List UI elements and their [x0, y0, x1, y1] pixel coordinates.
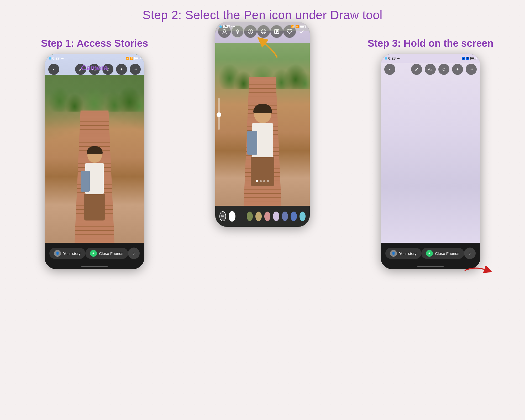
slider-track: [218, 98, 220, 130]
phone2-time-area: 6:27 •••: [219, 24, 235, 29]
phone1-time-area: 6:27 •••: [49, 56, 65, 60]
dots-indicator: [256, 180, 269, 182]
step3-block: Step 3: Hold on the screen 6:28 ••• 📶 🛜: [352, 30, 509, 269]
phone3-blue-dot: [385, 57, 387, 60]
color-black[interactable]: [238, 212, 244, 221]
close-friends-button-3[interactable]: ★ Close Friends: [421, 248, 464, 259]
more-button[interactable]: •••: [130, 64, 141, 75]
color-slate[interactable]: [282, 212, 288, 221]
person2-head: [254, 106, 271, 123]
person-jacket: [81, 171, 90, 192]
close-friends-button[interactable]: ★ Close Friends: [85, 248, 128, 259]
close-friends-icon-3: ★: [426, 250, 433, 257]
color-lavender[interactable]: [273, 212, 279, 221]
phone2-status-icons: 📶 🛜: [291, 25, 306, 28]
home-bar-3: [417, 266, 444, 267]
phone1-time: 6:27: [52, 56, 60, 60]
step1-block: Step 1: Access Stories 6:27 ••• 📶 🛜: [16, 30, 173, 269]
close-friends-label: Close Friends: [99, 251, 123, 256]
phone2-ellipsis: •••: [231, 24, 235, 29]
phone3-time-area: 6:28 •••: [385, 56, 401, 60]
person-pants: [84, 194, 105, 220]
sticker-button-3[interactable]: ☺: [438, 64, 449, 75]
phone1: 6:27 ••• 📶 🛜: [45, 54, 144, 269]
red-arrow-container: [462, 263, 494, 280]
color-olive[interactable]: [247, 212, 253, 221]
phone3-toolbar-right: ⤢ Aa ☺ ✦ •••: [411, 64, 477, 75]
phone3-ellipsis: •••: [397, 56, 401, 60]
color-white[interactable]: [229, 211, 235, 222]
orange-arrow: [256, 36, 277, 57]
color-picker-bar: ✏: [215, 206, 310, 227]
back-button-3[interactable]: ‹: [384, 64, 395, 75]
phone2-time: 6:27: [223, 24, 230, 29]
your-story-icon-3: 👤: [390, 250, 397, 257]
dot-1: [256, 180, 258, 182]
phone3-signal: 📶: [461, 57, 465, 60]
phone1-bottom-bar: 👤 Your story ★ Close Friends ›: [45, 243, 144, 264]
side-slider[interactable]: [218, 98, 220, 130]
text-button-3[interactable]: Aa: [425, 64, 436, 75]
phone1-status-bar: 6:27 ••• 📶 🛜: [45, 54, 144, 63]
phone1-image: ‹ ⤢ Aa ☺ ✦ ••• Camera: [45, 54, 144, 243]
phone2: 6:27 ••• 📶 🛜: [215, 22, 310, 227]
your-story-label-3: Your story: [399, 251, 417, 256]
close-friends-label-3: Close Friends: [435, 251, 459, 256]
person-head: [87, 148, 102, 163]
phone3-toolbar: ‹ ⤢ Aa ☺ ✦ •••: [381, 62, 480, 77]
pen-tool-button[interactable]: ✏: [219, 211, 226, 221]
phone2-wifi: 🛜: [295, 25, 299, 28]
phone3-status-bar: 6:28 ••• 📶 🛜: [381, 54, 480, 63]
your-story-icon: 👤: [54, 250, 61, 257]
red-arrow-icon: [462, 263, 494, 279]
dot-3: [263, 180, 265, 182]
phone1-signal1: 📶: [125, 57, 129, 60]
step3-label: Step 3: Hold on the screen: [368, 38, 493, 49]
your-story-button-3[interactable]: 👤 Your story: [385, 248, 421, 259]
color-tan[interactable]: [255, 212, 261, 221]
back-button[interactable]: ‹: [48, 64, 59, 75]
phone3: 6:28 ••• 📶 🛜 ‹ ⤢ Aa: [381, 54, 480, 269]
steps-container: Step 1: Access Stories 6:27 ••• 📶 🛜: [0, 25, 525, 269]
expand-button-3[interactable]: ⤢: [411, 64, 422, 75]
your-story-label: Your story: [63, 251, 81, 256]
phone3-status-icons: 📶 🛜: [461, 57, 476, 60]
close-friends-icon: ★: [90, 250, 97, 257]
phone2-content: ✏: [215, 22, 310, 227]
color-cyan[interactable]: [300, 212, 306, 221]
color-rose[interactable]: [264, 212, 270, 221]
phone3-image[interactable]: ‹ ⤢ Aa ☺ ✦ •••: [381, 54, 480, 243]
step1-label: Step 1: Access Stories: [41, 38, 148, 49]
your-story-button[interactable]: 👤 Your story: [49, 248, 85, 259]
more-button-3[interactable]: •••: [466, 64, 477, 75]
phone2-status-bar: 6:27 ••• 📶 🛜: [215, 22, 310, 31]
effects-button-3[interactable]: ✦: [452, 64, 463, 75]
phone2-image: [215, 22, 310, 206]
step2-block: 6:27 ••• 📶 🛜: [184, 22, 341, 227]
dot-4: [267, 180, 269, 182]
home-bar-1: [81, 266, 108, 267]
main-title: Step 2: Select the Pen icon under Draw t…: [0, 0, 525, 22]
phone3-battery-fill: [471, 57, 474, 59]
person-body: [85, 163, 104, 194]
phone1-wifi: 🛜: [130, 57, 134, 60]
effects-button[interactable]: ✦: [116, 64, 127, 75]
phone1-blue-dot: [49, 57, 51, 60]
phone1-battery-fill: [135, 57, 138, 59]
next-button[interactable]: ›: [128, 248, 140, 259]
phone3-wifi: 🛜: [466, 57, 470, 60]
phone2-blue-dot: [219, 25, 222, 28]
phone1-battery: [134, 57, 140, 60]
phone2-battery: [300, 25, 306, 28]
phone3-bottom-bar: 👤 Your story ★ Close Friends ›: [381, 243, 480, 264]
camera-label: Camera: [81, 64, 108, 72]
phone1-ellipsis: •••: [61, 56, 65, 60]
dot-2: [260, 180, 262, 182]
color-blue[interactable]: [291, 212, 297, 221]
next-button-3[interactable]: ›: [464, 248, 476, 259]
person2-jacket: [247, 131, 257, 155]
phone3-battery: [470, 57, 476, 60]
person2-body: [252, 123, 273, 157]
phone1-status-icons: 📶 🛜: [125, 57, 140, 60]
slider-thumb: [217, 112, 221, 117]
